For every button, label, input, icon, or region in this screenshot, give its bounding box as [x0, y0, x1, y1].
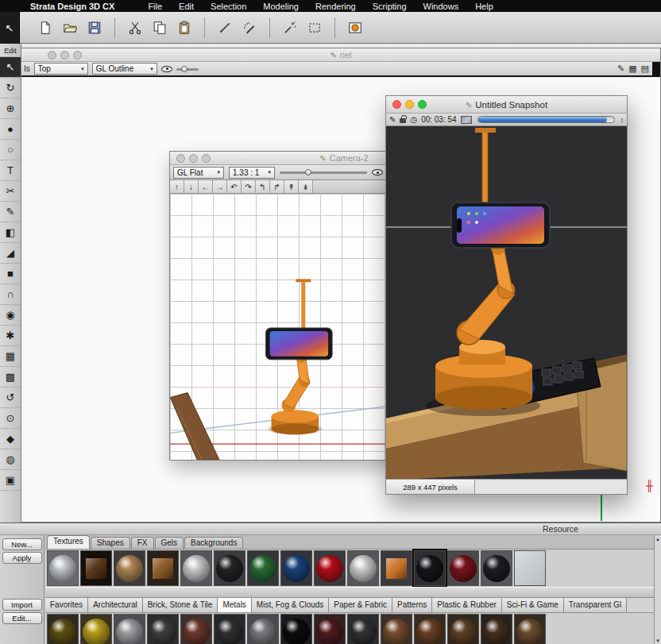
- resource-panel-header[interactable]: Resource: [0, 523, 661, 535]
- menu-scripting[interactable]: Scripting: [373, 2, 407, 11]
- minimize-button[interactable]: [60, 51, 69, 60]
- zoom-slider[interactable]: [280, 168, 367, 177]
- tab-fx[interactable]: FX: [131, 537, 154, 549]
- tab-gels[interactable]: Gels: [155, 537, 184, 549]
- category-sci-fi-game[interactable]: Sci-Fi & Game: [502, 598, 564, 612]
- texture-swatch-5[interactable]: [180, 550, 212, 586]
- tool-cube-tool[interactable]: ■: [0, 264, 21, 284]
- category-plastic-rubber[interactable]: Plastic & Rubber: [432, 598, 501, 612]
- category-architectural[interactable]: Architectural: [88, 598, 143, 612]
- button-new[interactable]: New...: [2, 538, 42, 550]
- texture-swatch-8[interactable]: [280, 550, 312, 586]
- zoom-button[interactable]: [202, 154, 211, 163]
- tool-zoom-tool[interactable]: ⊙: [0, 408, 21, 429]
- pen-button[interactable]: [215, 18, 234, 37]
- pan-left-button[interactable]: ←: [199, 180, 213, 193]
- stepper-icon[interactable]: ↕: [620, 116, 624, 124]
- metal-swatch-5[interactable]: [180, 614, 212, 644]
- zoom-button[interactable]: [418, 100, 427, 109]
- pan-down-button[interactable]: ↓: [184, 180, 199, 193]
- open-file-button[interactable]: [60, 18, 79, 37]
- active-tool-indicator[interactable]: ↖: [0, 12, 20, 44]
- tab-backgrounds[interactable]: Backgrounds: [184, 537, 243, 549]
- riel-titlebar[interactable]: ✎riel: [21, 48, 660, 62]
- metal-swatch-12[interactable]: [414, 614, 446, 644]
- tool-eyedropper-tool[interactable]: ◢: [0, 243, 21, 264]
- metal-swatch-4[interactable]: [147, 614, 179, 644]
- texture-swatch-3[interactable]: [114, 550, 145, 586]
- metal-swatch-11[interactable]: [381, 614, 412, 644]
- tool-pattern-tool[interactable]: ▩: [0, 367, 21, 388]
- close-button[interactable]: [48, 51, 56, 60]
- pen-icon[interactable]: ✎: [389, 115, 396, 124]
- tool-orbit-tool[interactable]: ↺: [0, 388, 21, 408]
- render-button[interactable]: [346, 18, 365, 37]
- category-paper-fabric[interactable]: Paper & Fabric: [329, 598, 392, 612]
- layers-icon[interactable]: ▤: [641, 64, 649, 74]
- app-menu-title[interactable]: Strata Design 3D CX: [30, 2, 114, 11]
- tool-text-tool[interactable]: T: [0, 160, 21, 181]
- tab-shapes[interactable]: Shapes: [91, 537, 130, 549]
- snapshot-titlebar[interactable]: ✎Untitled Snapshot: [386, 96, 627, 114]
- texture-swatch-7[interactable]: [247, 550, 279, 586]
- tab-textures[interactable]: Textures: [47, 535, 90, 549]
- metal-swatch-13[interactable]: [447, 614, 479, 644]
- tool-select-arrow[interactable]: ↖: [0, 57, 21, 78]
- metal-swatch-2[interactable]: [80, 614, 112, 644]
- snapshot-thumbnail-icon[interactable]: [461, 116, 472, 124]
- copy-button[interactable]: [150, 18, 169, 37]
- menu-rendering[interactable]: Rendering: [315, 2, 356, 11]
- metal-swatch-1[interactable]: [47, 614, 79, 644]
- slider-thumb[interactable]: [181, 66, 187, 72]
- category-favorites[interactable]: Favorites: [45, 598, 88, 612]
- texture-swatch-2[interactable]: [80, 550, 112, 586]
- cut-button[interactable]: [126, 18, 145, 37]
- close-button[interactable]: [392, 100, 401, 109]
- button-edit[interactable]: Edit...: [2, 612, 42, 624]
- grid-icon[interactable]: ▦: [628, 64, 636, 74]
- close-button[interactable]: [176, 154, 185, 163]
- orbit-right-button[interactable]: ↷: [242, 180, 256, 193]
- texture-swatch-4[interactable]: [147, 550, 179, 586]
- shading-slider[interactable]: [176, 64, 199, 74]
- visibility-eye-icon[interactable]: [372, 169, 383, 175]
- visibility-eye-icon[interactable]: [161, 66, 172, 72]
- menu-edit[interactable]: Edit: [179, 2, 194, 11]
- metal-swatch-8[interactable]: [280, 614, 312, 644]
- category-metals[interactable]: Metals: [218, 598, 251, 612]
- zoom-button[interactable]: [73, 51, 82, 60]
- button-import[interactable]: Import: [2, 599, 42, 611]
- save-file-button[interactable]: [85, 18, 104, 37]
- metal-swatch-15[interactable]: [514, 614, 546, 644]
- texture-swatch-1[interactable]: [47, 550, 79, 586]
- tool-pen-tool[interactable]: ✎: [0, 202, 21, 222]
- view-angle-dropdown[interactable]: Top▾: [34, 63, 88, 75]
- render-mode-dropdown[interactable]: GL Flat▾: [173, 167, 224, 179]
- tool-sphere-tool[interactable]: ●: [0, 119, 21, 140]
- tool-magnet-tool[interactable]: ∩: [0, 284, 21, 305]
- pan-up-button[interactable]: ↑: [170, 180, 184, 193]
- texture-swatch-6[interactable]: [214, 550, 245, 586]
- metal-swatch-10[interactable]: [347, 614, 379, 644]
- marquee-button[interactable]: [305, 18, 324, 37]
- scroll-down-icon[interactable]: ▾: [655, 637, 661, 644]
- menu-selection[interactable]: Selection: [211, 2, 246, 11]
- metal-swatch-6[interactable]: [214, 614, 245, 644]
- texture-swatch-10[interactable]: [347, 550, 379, 586]
- tool-knife-tool[interactable]: ✂: [0, 181, 21, 202]
- wand-button[interactable]: [280, 18, 300, 37]
- texture-swatch-9[interactable]: [314, 550, 346, 586]
- menu-file[interactable]: File: [148, 2, 162, 11]
- category-transparent-gl[interactable]: Transparent Gl: [564, 598, 627, 612]
- texture-swatch-11[interactable]: [381, 550, 412, 586]
- category-brick-stone-tile[interactable]: Brick, Stone & Tile: [143, 598, 218, 612]
- minimize-button[interactable]: [405, 100, 414, 109]
- tool-star-tool[interactable]: ✱: [0, 326, 21, 346]
- aspect-ratio-dropdown[interactable]: 1.33 : 1▾: [229, 167, 275, 179]
- roll-right-button[interactable]: ↱: [270, 180, 284, 193]
- tool-lamp-tool[interactable]: ◍: [0, 449, 21, 470]
- zoom-in-button[interactable]: ↟: [284, 180, 299, 193]
- category-patterns[interactable]: Patterns: [392, 598, 432, 612]
- button-apply[interactable]: Apply: [2, 552, 42, 564]
- airbrush-button[interactable]: [240, 18, 259, 37]
